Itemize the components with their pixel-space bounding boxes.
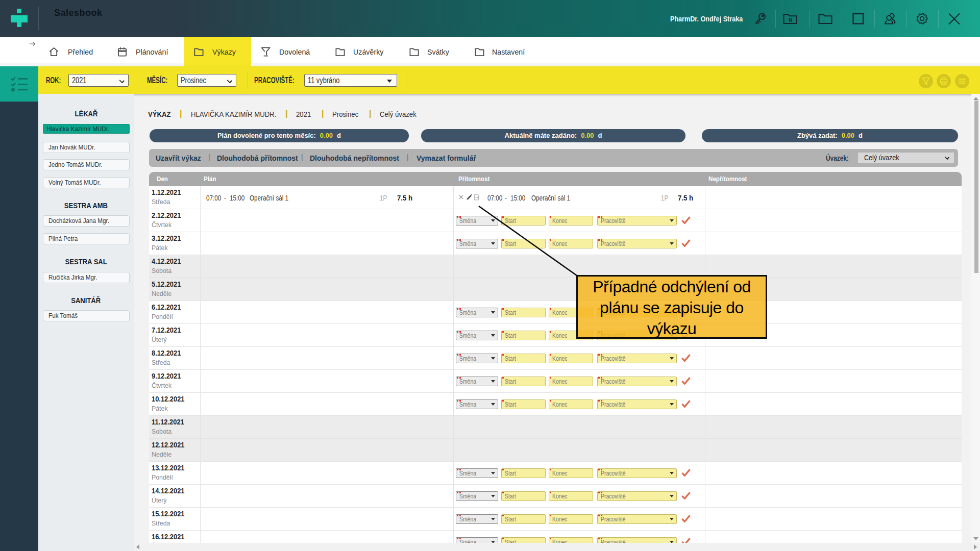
svg-text:N: N: [789, 17, 792, 23]
